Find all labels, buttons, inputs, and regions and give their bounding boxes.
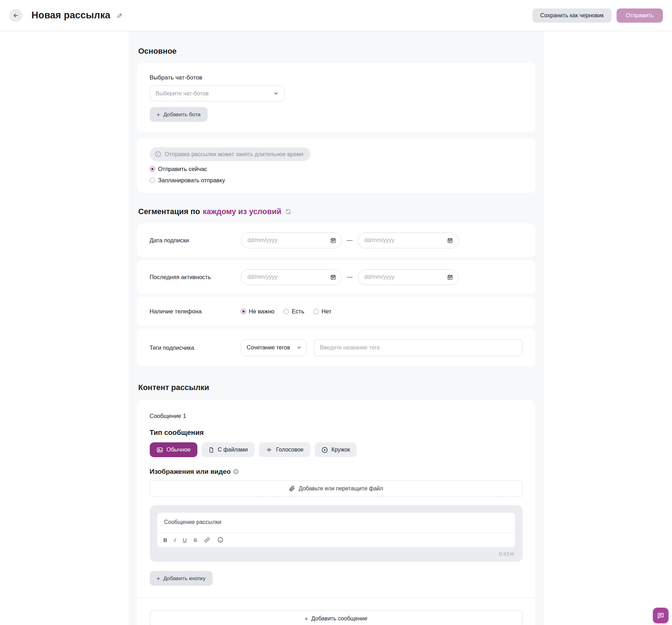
add-button-row: + Добавить кнопку: [150, 571, 523, 586]
tab-type-voice[interactable]: Голосовое: [259, 442, 310, 457]
segmentation-condition-link[interactable]: каждому из условий: [203, 207, 281, 216]
activity-date-to-input[interactable]: dd/mm/yyyy: [358, 269, 459, 285]
emoji-button[interactable]: [217, 537, 224, 543]
tab-circle-label: Кружок: [332, 447, 350, 453]
radio-unselected-icon: [314, 309, 319, 314]
plus-icon: +: [305, 616, 308, 622]
editor-toolbar: B I U S: [157, 533, 515, 547]
calendar-icon: [330, 274, 336, 280]
save-draft-button[interactable]: Сохранить как черновик: [533, 8, 612, 23]
play-circle-icon: [321, 447, 328, 453]
add-message-label: Добавить сообщение: [311, 615, 368, 622]
segmentation-row-activity: Последняя активность dd/mm/yyyy — dd/mm/…: [137, 260, 535, 294]
content-divider: [137, 598, 535, 598]
date-placeholder: dd/mm/yyyy: [248, 274, 330, 280]
add-inline-button-label: Добавить кнопку: [163, 575, 206, 582]
radio-phone-none[interactable]: Нет: [314, 308, 332, 315]
underline-icon: U: [183, 537, 187, 543]
range-dash: —: [347, 273, 353, 281]
radio-phone-has[interactable]: Есть: [284, 308, 304, 315]
message-title: Сообщение 1: [150, 413, 523, 419]
calendar-icon: [447, 237, 453, 243]
phone-any-label: Не важно: [249, 308, 275, 315]
strikethrough-button[interactable]: S: [194, 537, 197, 543]
image-icon: [156, 447, 163, 453]
file-icon: [208, 447, 214, 453]
segmentation-title: Сегментация по каждому из условий: [137, 193, 535, 223]
content-card: Сообщение 1 Тип сообщения Обычное С файл…: [137, 400, 535, 625]
italic-icon: I: [174, 537, 176, 543]
phone-has-label: Есть: [292, 308, 304, 315]
tab-type-circle[interactable]: Кружок: [315, 442, 357, 457]
tab-type-regular[interactable]: Обычное: [150, 442, 197, 457]
tags-mode-select[interactable]: Сочетание тегов: [241, 339, 307, 356]
underline-button[interactable]: U: [183, 537, 187, 543]
arrow-left-icon: [13, 12, 19, 19]
section-title-general: Основное: [137, 31, 535, 63]
activity-date-from-input[interactable]: dd/mm/yyyy: [241, 269, 342, 285]
phone-presence-label: Наличие телефона: [150, 308, 241, 315]
radio-send-now[interactable]: Отправить сейчас: [150, 166, 523, 172]
chatbot-select[interactable]: Выберите чат-ботов: [150, 86, 285, 101]
plus-icon: +: [157, 576, 160, 582]
message-type-title: Тип сообщения: [150, 429, 523, 437]
segmentation-row-phone: Наличие телефона Не важно Есть Нет: [137, 297, 535, 326]
media-title-row: Изображения или видео: [150, 468, 523, 476]
range-dash: —: [347, 237, 353, 244]
segmentation-row-subscription: Дата подписки dd/mm/yyyy — dd/mm/yyyy: [137, 223, 535, 257]
header: Новая рассылка Сохранить как черновик От…: [0, 0, 672, 31]
radio-phone-any[interactable]: Не важно: [241, 308, 275, 315]
message-editor: Сообщение рассылки B I U S: [157, 512, 516, 548]
add-inline-button[interactable]: + Добавить кнопку: [150, 571, 213, 586]
tab-type-files[interactable]: С файлами: [202, 442, 255, 457]
tags-mode-value: Сочетание тегов: [247, 344, 297, 351]
last-activity-label: Последняя активность: [150, 274, 241, 281]
sending-info-banner: Отправка рассылки может занять длительно…: [150, 147, 311, 161]
main-content: Основное Выбрать чат-ботов Выберите чат-…: [129, 31, 544, 625]
plus-icon: +: [157, 112, 160, 118]
date-placeholder: dd/mm/yyyy: [364, 237, 447, 243]
bold-button[interactable]: B: [163, 537, 167, 543]
pencil-icon: [117, 12, 123, 18]
back-button[interactable]: [9, 9, 22, 22]
smiley-icon: [217, 537, 224, 543]
section-title-content: Контент рассылки: [137, 370, 535, 399]
chevron-down-icon: [297, 345, 302, 350]
sending-card: Отправка рассылки может занять длительно…: [137, 138, 535, 193]
send-button[interactable]: Отправить: [617, 8, 663, 23]
support-chat-button[interactable]: [653, 608, 668, 623]
radio-schedule[interactable]: Запланировать отправку: [150, 177, 523, 184]
radio-unselected-icon: [150, 178, 155, 183]
paperclip-icon: [289, 485, 295, 492]
upload-hint: Добавьте или перетащите файл: [299, 485, 383, 492]
info-circle-icon: [233, 469, 239, 474]
phone-none-label: Нет: [322, 308, 332, 315]
message-text-input[interactable]: Сообщение рассылки: [157, 513, 515, 532]
add-message-button[interactable]: + Добавить сообщение: [150, 610, 523, 625]
radio-selected-icon: [241, 309, 246, 314]
date-placeholder: dd/mm/yyyy: [364, 274, 447, 280]
waveform-icon: [266, 447, 273, 453]
media-title: Изображения или видео: [150, 468, 231, 476]
tag-name-input[interactable]: [314, 339, 523, 356]
phone-radio-group: Не важно Есть Нет: [241, 308, 332, 315]
italic-button[interactable]: I: [174, 537, 176, 543]
file-upload-dropzone[interactable]: Добавьте или перетащите файл: [150, 480, 523, 497]
link-icon: [204, 537, 210, 543]
edit-title-button[interactable]: [117, 12, 123, 18]
tab-files-label: С файлами: [218, 447, 248, 453]
subscription-date-from-input[interactable]: dd/mm/yyyy: [241, 232, 342, 248]
calendar-icon: [330, 237, 336, 243]
select-bots-label: Выбрать чат-ботов: [150, 74, 523, 81]
radio-schedule-label: Запланировать отправку: [158, 177, 225, 184]
message-type-tabs: Обычное С файлами Голосовое Кружок: [150, 442, 523, 457]
add-bot-button[interactable]: + Добавить бота: [150, 107, 208, 122]
link-button[interactable]: [204, 537, 210, 543]
tab-regular-label: Обычное: [167, 447, 191, 453]
chatbot-select-placeholder: Выберите чат-ботов: [156, 90, 273, 97]
radio-unselected-icon: [284, 309, 289, 314]
chat-bubble-icon: [657, 612, 665, 619]
subscription-date-to-input[interactable]: dd/mm/yyyy: [358, 232, 459, 248]
bold-icon: B: [163, 537, 167, 543]
sync-icon[interactable]: [285, 208, 291, 215]
